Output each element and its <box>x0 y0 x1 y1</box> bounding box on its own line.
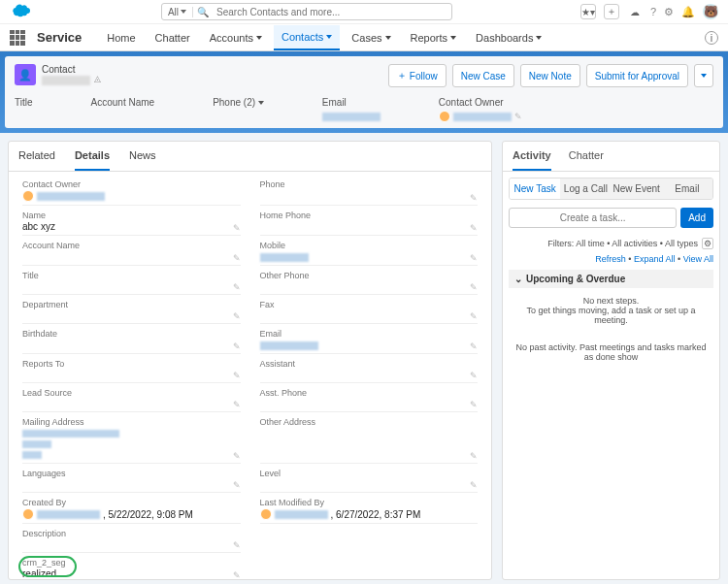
owner-avatar-icon <box>22 190 34 202</box>
edit-icon[interactable]: ✎ <box>470 451 478 461</box>
tab-news[interactable]: News <box>129 142 156 171</box>
create-task-input[interactable] <box>509 208 677 228</box>
edit-icon[interactable]: ✎ <box>233 282 241 292</box>
edit-icon[interactable]: ✎ <box>233 570 241 579</box>
app-launcher-icon[interactable] <box>10 30 25 46</box>
edit-icon[interactable]: ✎ <box>233 451 241 461</box>
f-mobile-label: Mobile <box>260 241 479 250</box>
edit-icon[interactable]: ✎ <box>470 480 478 490</box>
edit-icon[interactable]: ✎ <box>233 540 241 550</box>
f-level-label: Level <box>260 469 479 478</box>
info-icon[interactable]: i <box>705 31 718 45</box>
past-activity-text: No past activity. Past meetings and task… <box>509 333 713 372</box>
f-other-address-label: Other Address <box>260 417 479 427</box>
add-icon[interactable]: ＋ <box>604 4 619 19</box>
nav-chatter[interactable]: Chatter <box>148 26 198 49</box>
help-icon[interactable]: ? <box>650 6 656 17</box>
global-search[interactable]: All 🔍 <box>161 3 452 20</box>
f-title-label: Title <box>22 271 241 280</box>
notifications-icon[interactable]: 🔔 <box>681 6 695 18</box>
edit-icon[interactable]: ✎ <box>233 400 241 409</box>
new-note-button[interactable]: New Note <box>520 64 580 87</box>
more-actions-button[interactable] <box>694 64 713 87</box>
compact-email-label: Email <box>322 97 381 108</box>
edit-icon[interactable]: ✎ <box>470 311 478 321</box>
hierarchy-icon[interactable]: ◬ <box>94 74 101 83</box>
compact-owner-label: Contact Owner <box>439 97 522 108</box>
filters-text: Filters: All time • All activities • All… <box>547 239 698 248</box>
edit-icon[interactable]: ✎ <box>470 193 478 203</box>
f-languages-label: Languages <box>22 469 241 478</box>
salesforce-logo-icon <box>10 4 33 19</box>
f-asst-phone-label: Asst. Phone <box>260 388 479 398</box>
f-last-modified-by-value: , 6/27/2022, 8:37 PM <box>260 508 479 520</box>
tab-chatter[interactable]: Chatter <box>569 142 604 171</box>
f-crm2-value: realized <box>22 568 241 579</box>
f-home-phone-label: Home Phone <box>260 211 479 220</box>
edit-icon[interactable]: ✎ <box>233 311 241 321</box>
tab-related[interactable]: Related <box>18 142 55 171</box>
f-name-value: abc xyz <box>22 221 241 232</box>
search-icon: 🔍 <box>193 7 213 17</box>
subtab-log-call[interactable]: Log a Call <box>560 178 611 199</box>
filter-settings-icon[interactable]: ⚙ <box>702 238 713 249</box>
compact-title-label: Title <box>15 97 33 108</box>
edit-icon[interactable]: ✎ <box>233 223 241 233</box>
record-name <box>42 76 90 85</box>
refresh-link[interactable]: Refresh <box>595 254 626 264</box>
edit-icon[interactable]: ✎ <box>470 282 478 292</box>
f-account-name-label: Account Name <box>22 241 241 250</box>
f-phone-label: Phone <box>260 179 479 189</box>
setup-gear-icon[interactable]: ⚙ <box>664 6 674 18</box>
nav-accounts[interactable]: Accounts <box>202 26 270 49</box>
new-case-button[interactable]: New Case <box>452 64 514 87</box>
compact-phone-label[interactable]: Phone (2) <box>213 97 264 108</box>
f-lead-source-label: Lead Source <box>22 388 241 398</box>
edit-icon[interactable]: ✎ <box>470 253 478 263</box>
edit-icon[interactable]: ✎ <box>233 341 241 351</box>
subtab-email[interactable]: Email <box>662 178 712 199</box>
avatar[interactable]: 🐻 <box>703 4 718 19</box>
nav-contacts[interactable]: Contacts <box>274 25 340 50</box>
f-last-modified-by-label: Last Modified By <box>260 498 479 507</box>
f-other-phone-label: Other Phone <box>260 271 479 280</box>
expand-all-link[interactable]: Expand All <box>634 254 676 264</box>
nav-dashboards[interactable]: Dashboards <box>468 26 549 49</box>
edit-icon[interactable]: ✎ <box>233 253 241 263</box>
edit-icon[interactable]: ✎ <box>470 341 478 351</box>
no-steps-line1: No next steps. <box>513 296 710 306</box>
tab-activity[interactable]: Activity <box>513 142 551 171</box>
edit-icon[interactable]: ✎ <box>470 371 478 380</box>
subtab-new-event[interactable]: New Event <box>612 178 662 199</box>
object-label: Contact <box>42 64 90 75</box>
follow-button[interactable]: ＋Follow <box>388 64 447 87</box>
upcoming-section[interactable]: ⌄Upcoming & Overdue <box>509 270 713 288</box>
f-assistant-label: Assistant <box>260 359 479 369</box>
subtab-new-task[interactable]: New Task <box>510 178 560 199</box>
nav-cases[interactable]: Cases <box>344 26 398 49</box>
trailhead-icon[interactable]: ☁ <box>627 4 643 19</box>
submit-approval-button[interactable]: Submit for Approval <box>586 64 688 87</box>
edit-icon[interactable]: ✎ <box>233 371 241 380</box>
f-description-label: Description <box>22 529 241 538</box>
edit-icon[interactable]: ✎ <box>470 223 478 233</box>
no-steps-line2: To get things moving, add a task or set … <box>513 306 710 325</box>
f-contact-owner-label: Contact Owner <box>22 179 241 189</box>
chevron-down-icon: ⌄ <box>514 274 522 284</box>
change-owner-icon[interactable]: ✎ <box>514 112 522 121</box>
f-created-by-label: Created By <box>22 498 241 507</box>
edit-icon[interactable]: ✎ <box>233 480 241 490</box>
search-scope-select[interactable]: All <box>162 7 193 17</box>
contact-object-icon: 👤 <box>15 64 36 85</box>
f-fax-label: Fax <box>260 300 479 309</box>
tab-details[interactable]: Details <box>75 142 110 171</box>
add-button[interactable]: Add <box>680 208 713 228</box>
nav-reports[interactable]: Reports <box>403 26 465 49</box>
edit-icon[interactable]: ✎ <box>470 400 478 409</box>
view-all-link[interactable]: View All <box>683 254 713 264</box>
search-input[interactable] <box>213 7 451 17</box>
f-email-label: Email <box>260 329 479 339</box>
nav-home[interactable]: Home <box>99 26 143 49</box>
favorites-icon[interactable]: ★▾ <box>580 4 596 19</box>
f-mailing-address-label: Mailing Address <box>22 417 241 427</box>
